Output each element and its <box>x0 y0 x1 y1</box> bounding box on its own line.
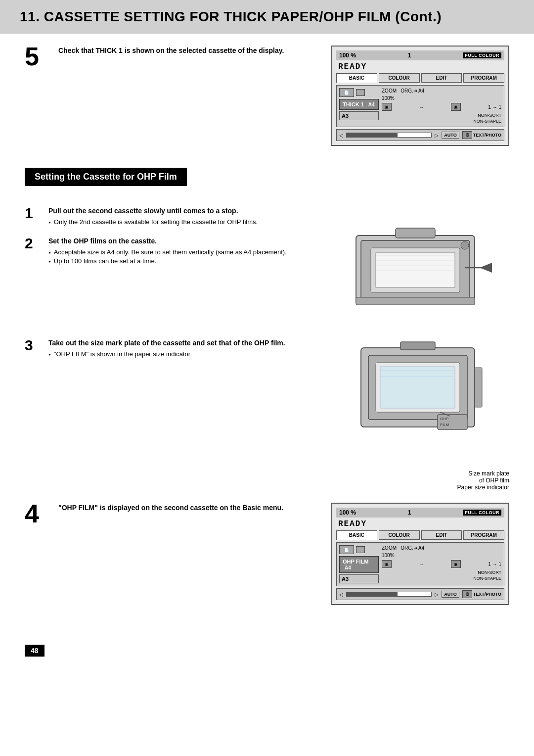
display-ready-2: READY <box>336 520 504 528</box>
display-right-2: ZOOM ORG.➜ A4 100% ▣ → ▣ 1 → 1 <box>382 545 501 583</box>
step-2-number: 2 <box>25 236 40 266</box>
tab-program-2[interactable]: PROGRAM <box>463 530 504 540</box>
step-4-number: 4 <box>25 501 44 526</box>
page-title: 11. CASSETTE SETTING FOR THICK PAPER/OHP… <box>20 9 514 25</box>
progress-bar-2 <box>346 592 432 597</box>
arrow-2: → <box>419 562 424 567</box>
arrow-right-1: ▷ <box>435 133 439 138</box>
tab-basic-1[interactable]: BASIC <box>336 73 377 83</box>
display-percent-1: 100 % <box>339 52 356 59</box>
arrow-left-2: ◁ <box>339 592 343 597</box>
auto-btn-2[interactable]: AUTO <box>442 591 459 598</box>
svg-point-11 <box>461 241 469 249</box>
ohp-svg: OHP FILM <box>346 338 504 467</box>
auto-btn-1[interactable]: AUTO <box>442 132 459 139</box>
progress-bar-1 <box>346 133 432 138</box>
svg-rect-23 <box>400 342 435 350</box>
tab-edit-2[interactable]: EDIT <box>421 530 462 540</box>
display-body-1: 📄 THICK 1 A4 A3 ZOOM ORG.➜ A4 <box>336 85 504 127</box>
ohp-steps-1-2-left: 1 Pull out the second cassette slowly un… <box>25 206 336 275</box>
display-count-2: 1 <box>408 509 411 516</box>
non-sort-2: NON-SORT NON-STAPLE <box>473 570 501 581</box>
ohp-step-3-wrapper: 3 Take out the size mark plate of the ca… <box>25 338 509 491</box>
step-5-number: 5 <box>25 44 44 69</box>
paper-icon-1: 📄 <box>339 88 354 97</box>
size-mark-caption: Size mark plate <box>346 470 509 477</box>
step-3-bullet-1: "OHP FILM" is shown in the paper size in… <box>48 350 336 358</box>
step-4-text: "OHP FILM" is displayed on the second ca… <box>58 503 321 513</box>
copy-icon-3: ▣ <box>382 560 392 568</box>
page-header: 11. CASSETTE SETTING FOR THICK PAPER/OHP… <box>0 0 534 34</box>
tab-basic-2[interactable]: BASIC <box>336 530 377 540</box>
cassette-sub-1: A3 <box>339 111 379 120</box>
zoom-label-1: ZOOM ORG.➜ A4 <box>382 88 424 94</box>
step-2-main: Set the OHP films on the casstte. <box>48 236 336 246</box>
step-3-number: 3 <box>25 338 40 359</box>
ohp-steps-1-2-wrapper: 1 Pull out the second cassette slowly un… <box>25 206 509 326</box>
step-5-row: 5 Check that THICK 1 is shown on the sel… <box>25 46 509 146</box>
display-left-2: 📄 OHP FILM A4 A3 <box>339 545 379 583</box>
tab-colour-1[interactable]: COLOUR <box>379 73 420 83</box>
cassette-label-2: OHP FILM A4 <box>339 556 379 573</box>
display-ready-1: READY <box>336 62 504 71</box>
ohp-image-wrapper: OHP FILM Size mark plate of OHP film Pap… <box>346 338 509 491</box>
step-1-bullet-1: Only the 2nd cassette is available for s… <box>48 218 336 226</box>
arrow-left-1: ◁ <box>339 133 343 138</box>
arrow-right-2: ▷ <box>435 592 439 597</box>
display-left-1: 📄 THICK 1 A4 A3 <box>339 88 379 124</box>
page-number-wrapper: 48 <box>0 645 534 657</box>
copy-ratio-2: 1 → 1 <box>488 562 501 567</box>
section-heading-wrapper: Setting the Cassette for OHP Film <box>25 158 509 196</box>
tray-icon-1 <box>356 89 365 96</box>
text-photo-1: 🖼 TEXT/PHOTO <box>462 131 501 139</box>
paper-size-caption: Paper size indicator <box>346 484 509 491</box>
svg-rect-8 <box>396 228 435 238</box>
step-4-content: "OHP FILM" is displayed on the second ca… <box>58 503 321 515</box>
display-percent-2: 100 % <box>339 509 356 516</box>
step-5-text: Check that THICK 1 is shown on the selec… <box>58 46 321 56</box>
display-top-bar-2: 100 % 1 FULL COLOUR <box>336 508 504 518</box>
display-count-1: 1 <box>408 52 411 59</box>
copy-icon-2: ▣ <box>451 103 461 111</box>
zoom-label-2: ZOOM ORG.➜ A4 <box>382 545 424 551</box>
step-1-content: Pull out the second cassette slowly unti… <box>48 206 336 227</box>
tray-icon-2 <box>356 546 365 553</box>
text-photo-icon-2: 🖼 <box>462 590 472 598</box>
display-tabs-2: BASIC COLOUR EDIT PROGRAM <box>336 530 504 540</box>
step-4-row: 4 "OHP FILM" is displayed on the second … <box>25 503 509 605</box>
display-tabs-1: BASIC COLOUR EDIT PROGRAM <box>336 73 504 83</box>
step-2-row: 2 Set the OHP films on the casstte. Acce… <box>25 236 336 266</box>
tab-colour-2[interactable]: COLOUR <box>379 530 420 540</box>
copy-ratio-1: 1 → 1 <box>488 104 501 110</box>
display-top-bar-1: 100 % 1 FULL COLOUR <box>336 50 504 60</box>
non-sort-1: NON-SORT NON-STAPLE <box>473 113 501 124</box>
cassette-sub-2: A3 <box>339 574 379 583</box>
display-right-1: ZOOM ORG.➜ A4 100% ▣ → ▣ 1 → 1 <box>382 88 501 124</box>
text-photo-icon-1: 🖼 <box>462 131 472 139</box>
step-1-row: 1 Pull out the second cassette slowly un… <box>25 206 336 227</box>
paper-icon-2: 📄 <box>339 545 354 554</box>
ohp-step-3-left: 3 Take out the size mark plate of the ca… <box>25 338 336 359</box>
display-panel-1: 100 % 1 FULL COLOUR READY BASIC COLOUR E… <box>331 46 509 146</box>
cassette-label-1: THICK 1 A4 <box>339 99 379 110</box>
step-3-row: 3 Take out the size mark plate of the ca… <box>25 338 336 359</box>
step-2-bullet-2: Up to 100 films can be set at a time. <box>48 257 336 265</box>
zoom-val-2: 100% <box>382 553 395 558</box>
cassette-svg <box>346 206 504 325</box>
svg-text:OHP: OHP <box>440 417 448 421</box>
svg-text:FILM: FILM <box>440 423 449 427</box>
of-ohp-caption: of OHP film <box>346 477 509 484</box>
svg-rect-12 <box>356 297 475 305</box>
step-1-main: Pull out the second cassette slowly unti… <box>48 206 336 216</box>
image-caption-3: Size mark plate of OHP film Paper size i… <box>346 470 509 491</box>
step-2-content: Set the OHP films on the casstte. Accept… <box>48 236 336 266</box>
arrow-1: → <box>419 104 424 110</box>
tab-edit-1[interactable]: EDIT <box>421 73 462 83</box>
display-bottom-1: ◁ ▷ AUTO 🖼 TEXT/PHOTO <box>336 129 504 141</box>
display-fullcolour-1: FULL COLOUR <box>463 52 501 58</box>
tab-program-1[interactable]: PROGRAM <box>463 73 504 83</box>
copy-icon-1: ▣ <box>382 103 392 111</box>
page-number: 48 <box>25 645 44 657</box>
step-5-content: Check that THICK 1 is shown on the selec… <box>58 46 321 58</box>
section-heading: Setting the Cassette for OHP Film <box>25 168 187 186</box>
